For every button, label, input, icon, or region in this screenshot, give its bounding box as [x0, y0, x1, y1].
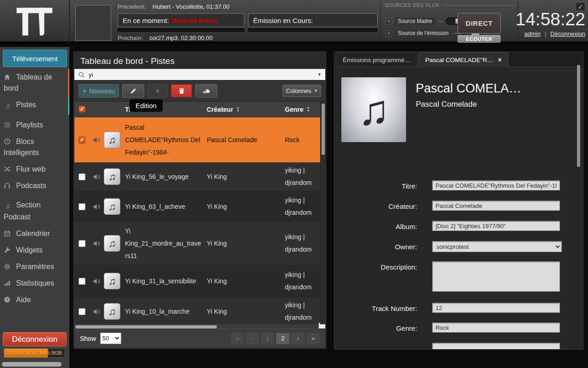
field-input-cr-ateur[interactable]: [432, 201, 560, 211]
sidebar-item-flux-web[interactable]: Flux web: [0, 161, 69, 178]
close-icon[interactable]: ×: [498, 53, 502, 67]
columns-button[interactable]: Colonnes ▼: [283, 85, 321, 97]
column-header-creator[interactable]: Créateur▲▼: [207, 106, 285, 113]
vertical-scrollbar[interactable]: [320, 102, 325, 324]
speaker-icon[interactable]: [93, 173, 101, 180]
sidebar-item-aide[interactable]: ?Aide: [0, 292, 69, 308]
sidebar-item-blocs-intelligents[interactable]: Blocs Intelligents: [0, 133, 69, 161]
page-button-[interactable]: ‹: [246, 333, 259, 344]
user-link[interactable]: admin: [524, 30, 540, 37]
listen-button[interactable]: ECOUTER: [458, 35, 501, 43]
page-button-[interactable]: ›: [291, 333, 305, 344]
edit-button[interactable]: [122, 84, 144, 98]
speaker-icon[interactable]: [93, 137, 101, 144]
field-input-titre[interactable]: [432, 180, 560, 190]
scrollbar-thumb[interactable]: [75, 325, 217, 328]
row-checkbox[interactable]: ✓: [79, 137, 85, 144]
sidebar-item-playlists[interactable]: Playlists: [0, 117, 69, 133]
tab-missions-programm[interactable]: Émissions programmé…: [336, 52, 418, 67]
station-clock: 14:58:22: [515, 9, 585, 29]
previous-track-line: Précédent: Hubert - Vocoillotte, 01:37.0…: [118, 3, 230, 10]
disk-usage-text: 2629.3GB of 3645.9GB: [4, 350, 65, 356]
table-row[interactable]: ♫Yi King_63_l_acheveYi Kingyiking | djra…: [74, 191, 325, 222]
delete-button[interactable]: [171, 84, 192, 98]
row-checkbox[interactable]: [79, 278, 85, 285]
sidebar-item-tableau-de-bord[interactable]: Tableau de bord: [0, 69, 69, 97]
table-row[interactable]: ♫Yi King_56_le_voyageYi Kingyiking | djr…: [74, 162, 325, 191]
field-label: Description:: [334, 263, 417, 271]
field-input-clipped[interactable]: [432, 343, 560, 350]
table-row[interactable]: ♫Yi King_10_la_marcheYi Kingyiking | djr…: [74, 298, 325, 325]
sidebar-item-widgets[interactable]: Widgets: [0, 242, 69, 259]
field-input-owner[interactable]: sonicprotest: [432, 241, 562, 252]
column-header-genre[interactable]: Genre▲▼: [285, 106, 325, 113]
scrollbar-thumb[interactable]: [322, 104, 325, 155]
track-genre: yiking | djrandom: [285, 164, 325, 189]
speaker-icon[interactable]: [93, 240, 101, 247]
gear-icon: [4, 263, 12, 270]
track-title: Yi King_31_la_sensibilite: [125, 275, 207, 288]
sidebar-item-statistiques[interactable]: Statistiques: [0, 275, 69, 292]
field-input-album[interactable]: [432, 221, 560, 231]
field-input-track-number[interactable]: [432, 303, 560, 313]
now-playing-box: En ce moment: Rien de Prévu: [118, 13, 244, 27]
tab-label: Émissions programmé…: [343, 53, 411, 67]
page-button-1[interactable]: 1: [261, 333, 274, 344]
sidebar-item-calendrier[interactable]: Calendrier: [0, 225, 69, 242]
scrollbar-thumb[interactable]: [577, 65, 580, 167]
new-button[interactable]: + Nouveau: [79, 84, 119, 98]
row-checkbox[interactable]: [79, 173, 85, 180]
track-title: Pascal COMELADE"Rythmos Del Fedayin"-198…: [125, 121, 207, 159]
sidebar-item-pistes[interactable]: ♫Pistes: [0, 97, 69, 114]
sidebar-item-section-podcast[interactable]: ♫Section Podcast: [0, 197, 69, 225]
speaker-icon[interactable]: [93, 203, 101, 210]
app-logo[interactable]: [0, 0, 70, 44]
current-show-label: Émission en Cours:: [253, 17, 313, 24]
soundcloud-upload-button[interactable]: [195, 84, 217, 98]
next-value: cor27.mp3, 02:30:00.00: [149, 34, 212, 41]
field-label: Album:: [334, 223, 417, 230]
sidebar: Téléversement Tableau de bord♫PistesPlay…: [0, 47, 69, 368]
logout-link[interactable]: Déconnexion: [550, 30, 585, 37]
sort-icon: ▲▼: [237, 106, 240, 112]
table-row[interactable]: ♫Yi King_31_la_sensibiliteYi Kingyiking …: [74, 264, 325, 298]
add-button[interactable]: +: [147, 84, 168, 98]
logout-button[interactable]: Déconnexion: [3, 332, 67, 346]
disconnect-master-icon[interactable]: ×: [385, 18, 392, 25]
page-button-[interactable]: «: [231, 333, 244, 344]
field-input-genre[interactable]: [432, 322, 560, 333]
direct-button[interactable]: DIRECT: [458, 13, 501, 34]
tab-label: Pascal COMELADE"R…: [425, 53, 493, 67]
table-row[interactable]: ✓♫Pascal COMELADE"Rythmos Del Fedayin"-1…: [74, 117, 325, 162]
page-size-select[interactable]: 50: [100, 333, 121, 344]
page-button-2[interactable]: 2: [276, 333, 289, 344]
sidebar-item-param-tres[interactable]: Paramètres: [0, 259, 69, 275]
search-dropdown-caret[interactable]: ▼: [317, 72, 322, 77]
row-checkbox[interactable]: [79, 203, 85, 210]
track-creator: Yi King: [207, 275, 285, 288]
speaker-icon[interactable]: [93, 308, 101, 315]
field-input-description[interactable]: [432, 261, 560, 292]
upload-button[interactable]: Téléversement: [3, 50, 67, 67]
search-input[interactable]: [88, 71, 317, 79]
sidebar-item-label: Statistiques: [16, 279, 54, 287]
scrollbar[interactable]: [2, 362, 62, 367]
now-value: Rien de Prévu: [172, 17, 218, 24]
show-label: Show: [80, 335, 96, 342]
row-checkbox[interactable]: [79, 308, 85, 315]
track-genre: yiking | djrandom: [285, 299, 325, 324]
table-row[interactable]: ♫Yi King_21_mordre_au_travers11Yi Kingyi…: [74, 222, 325, 264]
top-header: Précédent: Hubert - Vocoillotte, 01:37.0…: [0, 0, 588, 44]
disconnect-show-source-icon[interactable]: ×: [385, 30, 392, 37]
tab-pascal-comelade-r[interactable]: Pascal COMELADE"R…×: [418, 52, 509, 67]
row-checkbox[interactable]: [79, 240, 85, 247]
speaker-icon[interactable]: [93, 278, 101, 285]
sidebar-nav: Tableau de bord♫PistesPlaylistsBlocs Int…: [0, 69, 69, 308]
sidebar-item-podcasts[interactable]: Podcasts: [0, 178, 69, 194]
library-toolbar: + Nouveau + Colonnes ▼: [74, 80, 325, 102]
page-button-[interactable]: »: [306, 333, 320, 344]
track-genre: yiking | djrandom: [285, 194, 325, 219]
select-all-checkbox[interactable]: ✓: [79, 106, 85, 113]
track-creator: Yi King: [207, 237, 285, 250]
sidebar-item-label: Calendrier: [16, 230, 50, 237]
